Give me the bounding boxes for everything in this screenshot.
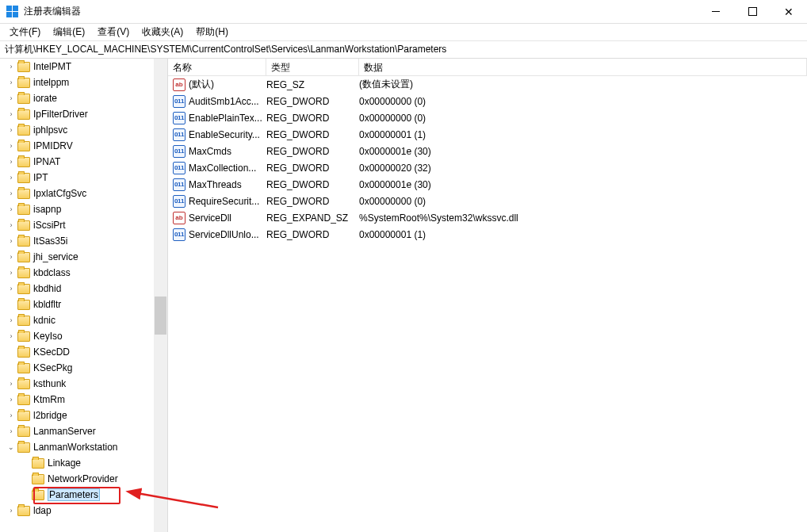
folder-icon <box>17 268 30 278</box>
chevron-right-icon[interactable]: › <box>6 285 16 293</box>
tree-item[interactable]: KSecPkg <box>0 360 167 376</box>
column-name[interactable]: 名称 <box>168 59 266 75</box>
tree-item[interactable]: ›ItSas35i <box>0 233 167 249</box>
menu-favorites[interactable]: 收藏夹(A) <box>136 24 189 40</box>
column-type[interactable]: 类型 <box>266 59 359 75</box>
chevron-right-icon[interactable]: › <box>6 427 16 435</box>
tree-scrollbar[interactable] <box>154 59 167 532</box>
address-bar[interactable]: 计算机\HKEY_LOCAL_MACHINE\SYSTEM\CurrentCon… <box>0 41 807 59</box>
tree-item[interactable]: ›iScsiPrt <box>0 217 167 233</box>
value-type: REG_DWORD <box>266 179 359 190</box>
tree-item[interactable]: ›l2bridge <box>0 408 167 423</box>
column-data[interactable]: 数据 <box>359 59 807 75</box>
list-row[interactable]: AuditSmb1Acc...REG_DWORD0x00000000 (0) <box>168 93 807 109</box>
tree-item[interactable]: NetworkProvider <box>0 471 167 487</box>
tree-item[interactable]: ›IpFilterDriver <box>0 106 167 122</box>
tree-item[interactable]: Linkage <box>0 455 167 471</box>
list-row[interactable]: MaxCollection...REG_DWORD0x00000020 (32) <box>168 159 807 176</box>
minimize-button[interactable] <box>698 0 734 23</box>
tree-panel[interactable]: ›IntelPMT›intelppm›iorate›IpFilterDriver… <box>0 59 168 532</box>
tree-list: ›IntelPMT›intelppm›iorate›IpFilterDriver… <box>0 59 167 519</box>
list-row[interactable]: ServiceDllREG_EXPAND_SZ%SystemRoot%\Syst… <box>168 209 807 226</box>
menu-view[interactable]: 查看(V) <box>91 24 136 40</box>
chevron-right-icon[interactable]: › <box>6 78 16 86</box>
value-type: REG_DWORD <box>266 113 359 124</box>
tree-item-label: iScsiPrt <box>33 220 66 231</box>
value-name: MaxThreads <box>189 179 266 190</box>
chevron-right-icon[interactable]: › <box>6 63 16 71</box>
chevron-right-icon[interactable]: › <box>6 380 16 388</box>
value-data: 0x0000001e (30) <box>359 179 807 190</box>
value-data: 0x00000000 (0) <box>359 113 807 124</box>
tree-item[interactable]: ›IPMIDRV <box>0 138 167 154</box>
tree-item[interactable]: ›IpxlatCfgSvc <box>0 186 167 201</box>
chevron-right-icon[interactable]: › <box>6 126 16 134</box>
chevron-right-icon[interactable]: › <box>6 507 16 515</box>
menu-file[interactable]: 文件(F) <box>3 24 47 40</box>
scrollbar-thumb[interactable] <box>155 297 166 335</box>
tree-item-label: LanmanWorkstation <box>33 442 118 453</box>
tree-item[interactable]: ›iphlpsvc <box>0 122 167 138</box>
tree-item[interactable]: ›ldap <box>0 503 167 519</box>
tree-item[interactable]: ›iorate <box>0 90 167 106</box>
tree-item[interactable]: ›kdnic <box>0 312 167 328</box>
chevron-right-icon[interactable]: › <box>6 332 16 340</box>
tree-item-label: Linkage <box>48 457 81 469</box>
tree-item[interactable]: ›KtmRm <box>0 392 167 408</box>
list-row[interactable]: MaxCmdsREG_DWORD0x0000001e (30) <box>168 143 807 159</box>
tree-item[interactable]: ›jhi_service <box>0 249 167 265</box>
list-row[interactable]: ServiceDllUnlo...REG_DWORD0x00000001 (1) <box>168 226 807 243</box>
tree-item[interactable]: ›LanmanServer <box>0 423 167 439</box>
string-value-icon <box>173 78 185 91</box>
tree-item[interactable]: Parameters <box>0 487 167 503</box>
chevron-right-icon[interactable]: › <box>6 269 16 277</box>
tree-item-label: Parameters <box>48 488 100 501</box>
chevron-right-icon[interactable]: › <box>6 237 16 245</box>
tree-item[interactable]: ›isapnp <box>0 201 167 217</box>
list-panel[interactable]: 名称 类型 数据 (默认)REG_SZ(数值未设置)AuditSmb1Acc..… <box>168 59 807 532</box>
tree-item[interactable]: ›IntelPMT <box>0 59 167 75</box>
list-row[interactable]: EnablePlainTex...REG_DWORD0x00000000 (0) <box>168 109 807 126</box>
maximize-button[interactable] <box>734 0 771 23</box>
chevron-right-icon[interactable]: › <box>6 316 16 324</box>
titlebar[interactable]: 注册表编辑器 ✕ <box>0 0 807 24</box>
tree-item-label: ldap <box>33 505 52 516</box>
chevron-right-icon[interactable]: › <box>6 142 16 150</box>
list-row[interactable]: EnableSecurity...REG_DWORD0x00000001 (1) <box>168 126 807 143</box>
chevron-right-icon[interactable]: › <box>6 396 16 404</box>
tree-item[interactable]: ›IPT <box>0 170 167 186</box>
dword-value-icon <box>173 128 185 141</box>
chevron-right-icon[interactable]: › <box>6 158 16 166</box>
tree-item[interactable]: ›ksthunk <box>0 376 167 392</box>
list-row[interactable]: RequireSecurit...REG_DWORD0x00000000 (0) <box>168 193 807 209</box>
tree-item[interactable]: KSecDD <box>0 344 167 360</box>
tree-item[interactable]: kbldfltr <box>0 297 167 312</box>
chevron-right-icon[interactable]: › <box>6 189 16 197</box>
tree-item[interactable]: ›KeyIso <box>0 328 167 344</box>
chevron-right-icon[interactable]: › <box>6 253 16 261</box>
list-row[interactable]: MaxThreadsREG_DWORD0x0000001e (30) <box>168 176 807 193</box>
chevron-right-icon[interactable]: › <box>6 221 16 229</box>
menu-edit[interactable]: 编辑(E) <box>47 24 91 40</box>
chevron-right-icon[interactable]: › <box>6 174 16 182</box>
tree-item-label: isapnp <box>33 204 61 215</box>
tree-item[interactable]: ›IPNAT <box>0 154 167 170</box>
chevron-right-icon[interactable]: › <box>6 110 16 118</box>
chevron-right-icon[interactable]: › <box>6 411 16 419</box>
folder-icon <box>17 347 30 358</box>
value-data: 0x0000001e (30) <box>359 146 807 157</box>
tree-item[interactable]: ›intelppm <box>0 75 167 90</box>
tree-item-label: ItSas35i <box>33 235 67 247</box>
close-button[interactable]: ✕ <box>771 0 807 23</box>
list-row[interactable]: (默认)REG_SZ(数值未设置) <box>168 76 807 93</box>
chevron-down-icon[interactable]: ⌄ <box>6 443 16 451</box>
tree-item[interactable]: ›kbdhid <box>0 281 167 297</box>
folder-icon <box>17 427 30 437</box>
dword-value-icon <box>173 162 185 174</box>
tree-item[interactable]: ›kbdclass <box>0 265 167 281</box>
chevron-right-icon[interactable]: › <box>6 205 16 213</box>
tree-item-label: NetworkProvider <box>48 473 118 484</box>
chevron-right-icon[interactable]: › <box>6 94 16 102</box>
tree-item[interactable]: ⌄LanmanWorkstation <box>0 439 167 455</box>
menu-help[interactable]: 帮助(H) <box>189 24 235 40</box>
